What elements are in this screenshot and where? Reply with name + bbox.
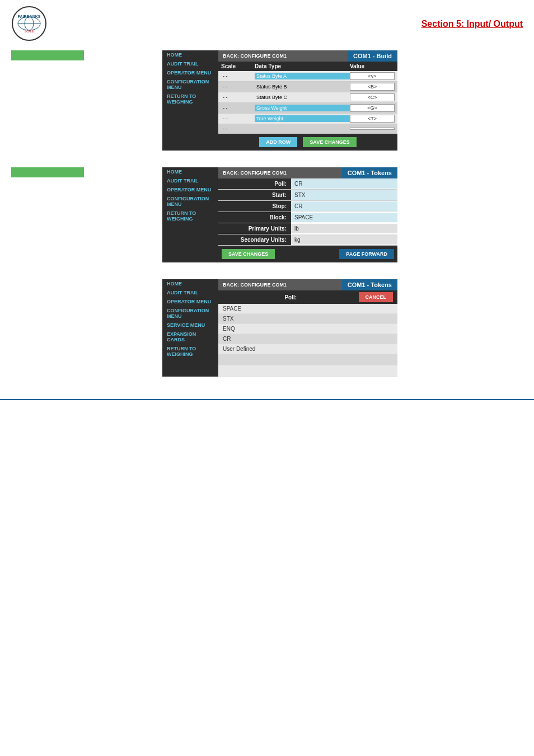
tokens-table: Poll: CR Start: STX Stop: CR Block: — [218, 179, 397, 246]
panel1-main: BACK: CONFIGURE COM1 COM1 - Build Scale … — [218, 50, 397, 151]
fairbanks-logo: FAIRBANKS SCALE — [11, 6, 48, 42]
poll-option-space[interactable]: SPACE — [218, 304, 397, 314]
row4-value[interactable]: <G> — [350, 104, 395, 112]
poll-header-row: Poll: CANCEL — [218, 290, 397, 304]
secondary-label: Secondary Units: — [218, 234, 291, 245]
sidebar-item-expansion-3[interactable]: EXPANSION CARDS — [162, 330, 218, 344]
right-side-2: HOME AUDIT TRAIL OPERATOR MENU CONFIGURA… — [162, 167, 523, 262]
page-divider — [0, 399, 534, 400]
row1-value[interactable]: <v> — [350, 72, 395, 80]
panel1-back[interactable]: BACK: CONFIGURE COM1 — [218, 50, 348, 62]
poll-value[interactable]: CR — [291, 179, 397, 189]
sidebar-item-audit-3[interactable]: AUDIT TRAIL — [162, 288, 218, 297]
sidebar-item-return-1[interactable]: RETURN TO WEIGHING — [162, 92, 218, 106]
panel3-header: BACK: CONFIGURE COM1 COM1 - Tokens — [218, 279, 397, 290]
table-row: - - Status Byte A <v> — [218, 71, 397, 82]
right-side-3: HOME AUDIT TRAIL OPERATOR MENU CONFIGURA… — [162, 279, 523, 377]
table-row: - - Status Byte C <C> — [218, 92, 397, 103]
table-row: - - — [218, 124, 397, 134]
sidebar-item-service-3[interactable]: SERVICE MENU — [162, 321, 218, 330]
poll-option-empty-1 — [218, 354, 397, 365]
sidebar-item-audit-2[interactable]: AUDIT TRAIL — [162, 176, 218, 185]
row2-value[interactable]: <B> — [350, 83, 395, 91]
left-side-2 — [11, 167, 151, 180]
sidebar-item-config-1[interactable]: CONFIGURATION MENU — [162, 77, 218, 92]
sidebar-item-audit-1[interactable]: AUDIT TRAIL — [162, 59, 218, 68]
sidebar-item-operator-2[interactable]: OPERATOR MENU — [162, 185, 218, 194]
logo-area: FAIRBANKS SCALE — [11, 6, 48, 42]
poll-option-user[interactable]: User Defined — [218, 344, 397, 354]
tokens-row-primary: Primary Units: lb — [218, 223, 397, 234]
tokens-row-poll: Poll: CR — [218, 179, 397, 190]
poll-option-enq[interactable]: ENQ — [218, 324, 397, 334]
panel1-sidebar: HOME AUDIT TRAIL OPERATOR MENU CONFIGURA… — [162, 50, 218, 151]
row1-type: Status Byte A — [255, 73, 350, 79]
svg-text:SCALE: SCALE — [25, 30, 34, 33]
panel3-back[interactable]: BACK: CONFIGURE COM1 — [218, 279, 342, 290]
secondary-value[interactable]: kg — [291, 235, 397, 245]
tokens-row-secondary: Secondary Units: kg — [218, 234, 397, 246]
panel2-main: BACK: CONFIGURE COM1 COM1 - Tokens Poll:… — [218, 167, 397, 262]
panel2-title: COM1 - Tokens — [342, 167, 397, 179]
section-tokens-dropdown: HOME AUDIT TRAIL OPERATOR MENU CONFIGURA… — [11, 279, 523, 377]
poll-option-cr[interactable]: CR — [218, 334, 397, 344]
block-label: Block: — [218, 212, 291, 223]
col-datatype: Data Type — [255, 63, 350, 69]
svg-text:FAIRBANKS: FAIRBANKS — [18, 15, 41, 18]
row3-type: Status Byte C — [255, 94, 350, 101]
row1-scale: - - — [221, 73, 255, 79]
col-value: Value — [350, 63, 395, 69]
poll-dropdown-label: Poll: — [223, 294, 359, 300]
table-row: - - Status Byte B <B> — [218, 82, 397, 92]
panel1-title: COM1 - Build — [348, 50, 397, 62]
com1-build-panel: HOME AUDIT TRAIL OPERATOR MENU CONFIGURA… — [162, 50, 397, 151]
poll-option-stx[interactable]: STX — [218, 314, 397, 324]
save-changes-button-1[interactable]: SAVE CHANGES — [303, 137, 356, 147]
panel1-header: BACK: CONFIGURE COM1 COM1 - Build — [218, 50, 397, 62]
row2-scale: - - — [221, 83, 255, 90]
primary-value[interactable]: lb — [291, 224, 397, 233]
sidebar-item-operator-3[interactable]: OPERATOR MENU — [162, 297, 218, 306]
col-scale: Scale — [221, 63, 255, 69]
sidebar-item-config-2[interactable]: CONFIGURATION MENU — [162, 194, 218, 209]
sidebar-item-return-3[interactable]: RETURN TO WEIGHING — [162, 344, 218, 359]
save-changes-button-2[interactable]: SAVE CHANGES — [222, 249, 275, 259]
green-label-2 — [11, 167, 84, 177]
stop-label: Stop: — [218, 201, 291, 212]
panel2-sidebar: HOME AUDIT TRAIL OPERATOR MENU CONFIGURA… — [162, 167, 218, 262]
tokens-row-block: Block: SPACE — [218, 212, 397, 223]
start-label: Start: — [218, 190, 291, 200]
panel2-back[interactable]: BACK: CONFIGURE COM1 — [218, 167, 342, 179]
block-value[interactable]: SPACE — [291, 213, 397, 222]
panel1-footer: ADD ROW SAVE CHANGES — [218, 134, 397, 151]
row5-value[interactable]: <T> — [350, 115, 395, 123]
sidebar-item-operator-1[interactable]: OPERATOR MENU — [162, 68, 218, 77]
add-row-button[interactable]: ADD ROW — [259, 137, 297, 147]
sidebar-item-home-2[interactable]: HOME — [162, 167, 218, 176]
row6-scale: - - — [221, 125, 255, 132]
row3-value[interactable]: <C> — [350, 93, 395, 101]
green-label-1 — [11, 50, 84, 60]
section-title: Section 5: Input/ Output — [421, 19, 523, 29]
sidebar-item-config-3[interactable]: CONFIGURATION MENU — [162, 306, 218, 321]
sidebar-item-home-3[interactable]: HOME — [162, 279, 218, 288]
panel3-main: BACK: CONFIGURE COM1 COM1 - Tokens Poll:… — [218, 279, 397, 377]
build-table-header: Scale Data Type Value — [218, 62, 397, 71]
row4-scale: - - — [221, 105, 255, 111]
primary-label: Primary Units: — [218, 223, 291, 234]
row6-value[interactable] — [350, 128, 395, 130]
stop-value[interactable]: CR — [291, 201, 397, 211]
main-content: HOME AUDIT TRAIL OPERATOR MENU CONFIGURA… — [0, 48, 534, 388]
table-row: - - Tare Weight <T> — [218, 114, 397, 124]
panel2-header: BACK: CONFIGURE COM1 COM1 - Tokens — [218, 167, 397, 179]
cancel-button[interactable]: CANCEL — [359, 292, 394, 302]
row4-type: Gross Weight — [255, 105, 350, 111]
sidebar-item-home-1[interactable]: HOME — [162, 50, 218, 59]
left-side-1 — [11, 50, 151, 63]
poll-options-panel: SPACE STX ENQ CR User Defined — [218, 304, 397, 377]
sidebar-item-return-2[interactable]: RETURN TO WEIGHING — [162, 209, 218, 223]
page-forward-button[interactable]: PAGE FORWARD — [339, 249, 394, 259]
panel2-footer: SAVE CHANGES PAGE FORWARD — [218, 246, 397, 262]
page-header: FAIRBANKS SCALE Section 5: Input/ Output — [0, 0, 534, 48]
start-value[interactable]: STX — [291, 190, 397, 200]
